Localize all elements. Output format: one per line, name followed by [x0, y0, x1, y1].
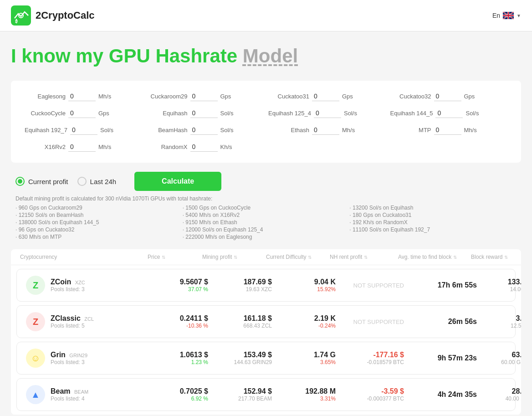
hash-input[interactable]	[68, 142, 96, 152]
crypto-name-row: ZCoin XZC	[51, 278, 85, 286]
default-info-text: Default mining profit is calculated for …	[11, 195, 521, 202]
table-header-cell[interactable]: Mining profit⇅	[202, 254, 266, 260]
nh-not-supported: NOT SUPPORTED	[353, 282, 404, 289]
profit-col: 187.69 $ 19.63 XZC	[208, 278, 272, 293]
hash-input[interactable]	[434, 92, 461, 101]
hashrate-input-row: BeamHash Sol/s	[147, 125, 264, 135]
nh-value: -177.16 $	[373, 351, 404, 359]
table-header-cell[interactable]: Avg. time to find block⇅	[398, 254, 471, 260]
input-label: BeamHash	[147, 127, 188, 134]
price-pct: -10.36 %	[186, 323, 208, 329]
input-label: RandomX	[147, 144, 188, 150]
difficulty-col: 2.19 K -0.24%	[272, 314, 336, 329]
table-header-cell[interactable]: NH rent profit⇅	[330, 254, 398, 260]
reward-col: 133.85 $ 14.00 XZC	[477, 278, 521, 293]
lang-label: En	[492, 12, 500, 19]
hashrate-input-row: Equihash Sol/s	[147, 108, 264, 118]
hash-input[interactable]	[190, 108, 218, 118]
info-bullet: 192 Kh/s on RandomX	[349, 219, 517, 226]
chevron-down-icon: ▼	[517, 13, 521, 18]
hashrate-inputs-panel: Eaglesong Mh/s Cuckaroom29 Gps Cuckatoo3…	[11, 81, 521, 163]
time-value: 17h 6m 55s	[438, 281, 477, 289]
current-profit-option[interactable]: Current profit	[15, 177, 68, 186]
hash-input[interactable]	[190, 142, 218, 152]
last-24h-option[interactable]: Last 24h	[77, 177, 117, 186]
title-model-part: Model	[243, 45, 298, 67]
calculate-button[interactable]: Calculate	[134, 172, 221, 191]
svg-text:₿: ₿	[15, 19, 18, 24]
info-bullet: 11100 Sol/s on Equihash 192_7	[349, 226, 517, 233]
input-label: Cuckaroom29	[147, 93, 188, 100]
profit-value: 152.94 $	[244, 387, 272, 395]
table-body: Z ZCoin XZC Pools listed: 3 9.5607 $ 37.…	[11, 269, 521, 411]
hash-input[interactable]	[435, 108, 463, 118]
profit-col: 153.49 $ 144.63 GRIN29	[208, 351, 272, 365]
hash-input[interactable]	[314, 108, 341, 118]
hash-input[interactable]	[190, 92, 218, 101]
top-bar: ₿ 2CryptoCalc En ▼	[0, 0, 532, 31]
info-bullet: 12000 Sol/s on Equihash 125_4	[183, 226, 350, 233]
crypto-info: ☺ Grin GRIN29 Pools listed: 3	[26, 349, 153, 368]
nh-col: -3.59 $ -0.000377 BTC	[336, 387, 404, 402]
reward-sub: 14.00 XZC	[510, 286, 521, 293]
hashrate-input-row: RandomX Kh/s	[147, 142, 264, 152]
crypto-name-row: ZClassic ZCL	[51, 314, 94, 323]
hash-input[interactable]	[68, 108, 96, 118]
pools-listed: Pools listed: 3	[51, 286, 85, 293]
crypto-logo: ▲	[26, 385, 45, 404]
nh-col: -177.16 $ -0.018579 BTC	[336, 351, 404, 365]
title-green-part: I know my GPU Hashrate	[11, 45, 237, 67]
last-24h-label: Last 24h	[90, 178, 117, 185]
table-row[interactable]: Z ZCoin XZC Pools listed: 3 9.5607 $ 37.…	[16, 269, 516, 302]
hashrate-input-row: Eaglesong Mh/s	[25, 92, 142, 101]
hash-unit: Gps	[98, 110, 109, 117]
price-pct: 1.23 %	[191, 359, 208, 365]
info-bullet: 13200 Sol/s on Equihash	[349, 205, 517, 211]
crypto-name-area: Grin GRIN29 Pools listed: 3	[51, 351, 87, 365]
time-value: 4h 24m 35s	[438, 390, 477, 399]
hashrate-input-row: Equihash 192_7 Sol/s	[25, 125, 142, 135]
input-label: MTP	[390, 127, 431, 134]
profit-value: 187.69 $	[244, 278, 272, 286]
price-pct: 6.92 %	[191, 395, 208, 402]
hash-input[interactable]	[312, 125, 339, 135]
difficulty-pct: -0.24%	[318, 323, 336, 329]
price-value: 0.7025 $	[180, 387, 208, 395]
table-header: CryptocurrencyPrice⇅Mining profit⇅Curren…	[11, 249, 521, 265]
current-profit-radio[interactable]	[15, 177, 25, 186]
reward-value: 63.68 $	[512, 351, 521, 359]
language-selector[interactable]: En ▼	[492, 12, 521, 19]
time-value: 9h 57m 23s	[438, 354, 477, 362]
info-bullet: 9150 Mh/s on Ethash	[183, 219, 350, 226]
difficulty-pct: 3.65%	[320, 359, 336, 365]
price-value: 1.0613 $	[180, 351, 208, 359]
hash-input[interactable]	[190, 125, 218, 135]
nh-value: -3.59 $	[381, 387, 404, 395]
table-row[interactable]: Z ZClassic ZCL Pools listed: 5 0.2411 $ …	[16, 305, 516, 338]
crypto-ticker: ZCL	[84, 316, 94, 322]
difficulty-value: 1.74 G	[314, 351, 336, 359]
difficulty-pct: 3.31%	[320, 395, 336, 402]
table-header-cell[interactable]: Block reward⇅	[471, 254, 521, 260]
crypto-info: Z ZClassic ZCL Pools listed: 5	[26, 312, 153, 331]
crypto-logo: Z	[26, 312, 45, 331]
hash-unit: Gps	[342, 93, 353, 100]
hash-unit: Mh/s	[98, 93, 111, 100]
table-row[interactable]: ☺ Grin GRIN29 Pools listed: 3 1.0613 $ 1…	[16, 342, 516, 375]
hash-input[interactable]	[434, 125, 461, 135]
table-header-cell[interactable]: Current Difficulty⇅	[266, 254, 330, 260]
hash-unit: Kh/s	[220, 144, 232, 150]
price-pct: 37.07 %	[188, 286, 208, 293]
info-bullet: 12150 Sol/s on BeamHash	[15, 212, 183, 218]
table-header-cell[interactable]: Price⇅	[148, 254, 202, 260]
difficulty-col: 9.04 K 15.92%	[272, 278, 336, 293]
price-value: 0.2411 $	[180, 314, 208, 323]
hash-input[interactable]	[70, 125, 97, 135]
hash-unit: Sol/s	[100, 127, 113, 134]
table-row[interactable]: ▲ Beam BEAM Pools listed: 4 0.7025 $ 6.9…	[16, 378, 516, 411]
hashrate-input-row: CuckooCycle Gps	[25, 108, 142, 118]
hash-input[interactable]	[312, 92, 339, 101]
hash-input[interactable]	[68, 92, 96, 101]
last-24h-radio[interactable]	[77, 177, 87, 186]
hashrate-input-row: Cuckaroom29 Gps	[147, 92, 264, 101]
